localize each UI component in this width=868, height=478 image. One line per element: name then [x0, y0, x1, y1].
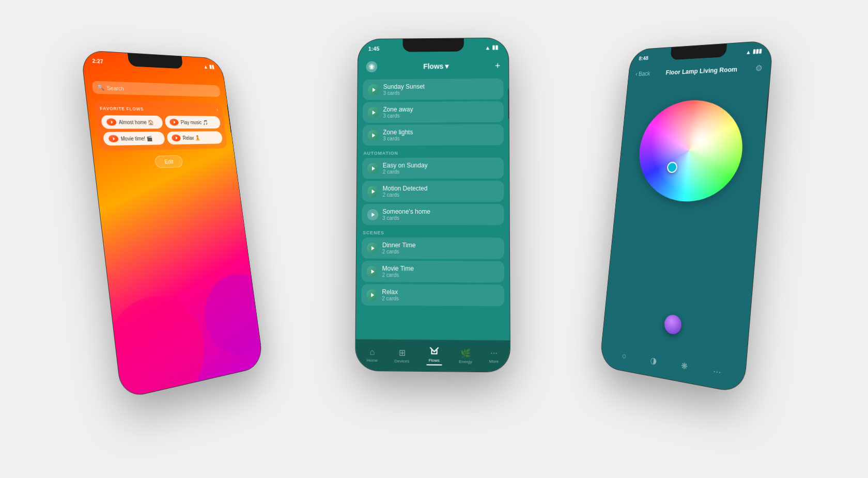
temperature-icon[interactable]: ◑ — [650, 355, 657, 367]
tab-devices[interactable]: ⊞ Devices — [390, 345, 413, 365]
edit-button-left[interactable]: Edit — [154, 155, 183, 168]
play-button-zone-away[interactable] — [368, 107, 379, 118]
fav-flows-label: FAVORITE FLOWS — [100, 106, 144, 111]
center-wifi-icon: ▲ — [485, 44, 491, 51]
flow-info-dinner-time: Dinner Time 2 cards — [382, 242, 416, 254]
play-button-motion-detected[interactable] — [367, 186, 379, 197]
battery-icon: ▮▮ — [209, 63, 214, 70]
phone-left: 2:27 ▲ ▮▮ 🔍 Search — [81, 51, 264, 399]
play-button-easy-on-sunday[interactable] — [367, 163, 379, 174]
play-button-movie-time[interactable] — [366, 266, 378, 277]
flow-cards-someones-home: 3 cards — [382, 215, 430, 221]
bg-shape-2 — [200, 270, 264, 362]
play-button-dinner-time[interactable] — [367, 242, 378, 253]
flow-item-zone-lights[interactable]: Zone lights 3 cards — [362, 124, 504, 146]
search-placeholder-left: Search — [106, 85, 124, 91]
flows-tab-icon — [429, 346, 439, 357]
flow-btn-almost-home[interactable]: Almost home 🏠 — [101, 115, 163, 129]
flow-item-relax[interactable]: Relax 2 cards — [361, 284, 504, 306]
play-icon-relax — [172, 134, 181, 141]
flow-name-someones-home: Someone's home — [382, 208, 430, 215]
play-button-someones-home[interactable] — [367, 209, 378, 220]
center-time: 1:45 — [368, 45, 380, 52]
flow-item-zone-away[interactable]: Zone away 3 cards — [363, 101, 504, 123]
more-icon[interactable]: ⋯ — [712, 366, 721, 378]
center-battery-icon: ▮▮ — [492, 44, 498, 51]
flow-btn-relax[interactable]: Relax 🧘 — [166, 131, 223, 145]
right-controls: ☼ ◑ ❋ ⋯ — [601, 346, 746, 382]
tab-more[interactable]: ··· More — [485, 346, 503, 366]
flow-info-easy-on-sunday: Easy on Sunday 2 cards — [383, 162, 428, 174]
flow-info-someones-home: Someone's home 3 cards — [382, 208, 430, 221]
back-button[interactable]: ‹ Back — [636, 70, 650, 77]
gear-icon-right[interactable]: ⚙ — [755, 63, 763, 73]
energy-tab-label: Energy — [459, 359, 472, 363]
add-flow-button[interactable]: + — [495, 60, 501, 71]
flow-info-relax: Relax 2 cards — [382, 288, 399, 301]
color-wheel[interactable] — [634, 99, 746, 204]
flow-label-play-music: Play music 🎵 — [180, 120, 208, 125]
flow-item-sunday-sunset[interactable]: Sunday Sunset 3 cards — [363, 78, 503, 100]
flow-info-motion-detected: Motion Detected 2 cards — [382, 185, 427, 198]
fav-flows-chevron: › — [216, 107, 219, 113]
right-screen: 8:48 ▲ ▮▮▮ ‹ Back Floor Lamp Living Room… — [600, 41, 773, 393]
more-tab-label: More — [489, 359, 499, 363]
flow-item-motion-detected[interactable]: Motion Detected 2 cards — [362, 181, 504, 202]
center-screen: 1:45 ▲ ▮▮ Flows — [355, 38, 510, 372]
right-signal: ▲ ▮▮▮ — [746, 47, 762, 55]
flow-item-easy-on-sunday[interactable]: Easy on Sunday 2 cards — [362, 157, 504, 179]
flows-title-text: Flows — [423, 62, 443, 70]
flow-label-relax: Relax 🧘 — [182, 135, 200, 141]
scenes-section-label: SCENES — [362, 227, 504, 238]
back-chevron-icon: ‹ — [636, 71, 638, 77]
color-wheel-container[interactable] — [633, 99, 746, 215]
left-content: 🔍 Search FAVORITE FLOWS › Almost home — [84, 75, 236, 176]
flow-cards-easy-on-sunday: 2 cards — [383, 169, 428, 174]
play-icon-play-music — [169, 119, 179, 125]
flow-name-motion-detected: Motion Detected — [382, 185, 427, 192]
flow-btn-movie-time[interactable]: Movie time! 🎬 — [103, 132, 165, 146]
tab-home[interactable]: ⌂ Home — [362, 345, 382, 365]
notch-center — [402, 38, 463, 52]
flow-label-movie-time: Movie time! 🎬 — [120, 135, 152, 141]
play-button-relax[interactable] — [366, 289, 378, 300]
devices-tab-label: Devices — [394, 358, 409, 363]
left-time: 2:27 — [92, 57, 104, 64]
flow-btn-play-music[interactable]: Play music 🎵 — [164, 116, 221, 129]
tab-flows[interactable]: Flows — [422, 344, 446, 367]
homey-icon — [366, 61, 377, 73]
energy-tab-icon: 🌿 — [460, 348, 471, 358]
flow-info-sunday-sunset: Sunday Sunset 3 cards — [383, 83, 425, 96]
automation-section-label: AUTOMATION — [362, 147, 504, 158]
flows-title: Flows ▾ — [423, 62, 448, 70]
brightness-icon[interactable]: ☼ — [621, 350, 628, 360]
current-color-ball[interactable] — [663, 314, 682, 336]
notch-left — [128, 53, 183, 69]
flows-tab-underline — [426, 364, 442, 365]
right-header: ‹ Back Floor Lamp Living Room ⚙ — [628, 59, 771, 82]
flow-label-almost-home: Almost home 🏠 — [118, 119, 153, 125]
center-tab-bar: ⌂ Home ⊞ Devices F — [355, 339, 510, 372]
search-bar-left[interactable]: 🔍 Search — [91, 81, 221, 97]
flow-item-movie-time[interactable]: Movie Time 2 cards — [361, 261, 504, 282]
color-icon[interactable]: ❋ — [681, 360, 688, 372]
flow-info-movie-time: Movie Time 2 cards — [382, 265, 414, 278]
color-selector[interactable] — [667, 162, 677, 173]
search-icon-left: 🔍 — [97, 84, 105, 91]
flow-cards-zone-lights: 3 cards — [383, 136, 413, 141]
fav-flows-section: FAVORITE FLOWS › Almost home 🏠 Play musi… — [94, 100, 228, 151]
play-button-sunday-sunset[interactable] — [368, 84, 379, 95]
play-button-zone-lights[interactable] — [367, 130, 379, 141]
flow-cards-movie-time: 2 cards — [382, 272, 414, 278]
flow-item-someones-home[interactable]: Someone's home 3 cards — [362, 204, 504, 225]
right-time: 8:48 — [639, 55, 648, 61]
flows-chevron-down: ▾ — [445, 62, 448, 70]
flow-cards-dinner-time: 2 cards — [382, 249, 416, 254]
flows-list: Sunday Sunset 3 cards Zone away 3 cards — [356, 78, 510, 340]
flow-name-easy-on-sunday: Easy on Sunday — [383, 162, 428, 169]
back-label: Back — [638, 70, 650, 77]
flow-item-dinner-time[interactable]: Dinner Time 2 cards — [362, 237, 504, 259]
flow-name-sunday-sunset: Sunday Sunset — [383, 83, 425, 90]
more-tab-icon: ··· — [490, 348, 498, 358]
tab-energy[interactable]: 🌿 Energy — [455, 346, 476, 366]
